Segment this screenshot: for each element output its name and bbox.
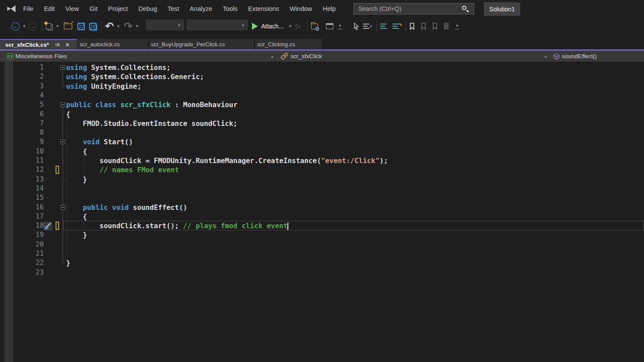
toggle-bookmark-button[interactable] [410, 17, 415, 35]
code-line-20[interactable]: 20 [0, 240, 644, 249]
save-icon [77, 23, 85, 30]
indent-guide [67, 240, 67, 249]
tab-scr-clicking-cs[interactable]: scr_Clicking.cs [255, 39, 322, 49]
menu-view[interactable]: View [60, 0, 84, 17]
line-number: 19 [0, 230, 44, 240]
uncomment-button[interactable]: ✎ [392, 17, 400, 35]
line-comment-button[interactable] [380, 17, 388, 35]
undo-button[interactable]: ↶ [105, 17, 114, 35]
open-file-button[interactable] [64, 17, 72, 35]
search-icon[interactable] [462, 5, 469, 12]
code-line-8[interactable]: 8 [0, 128, 644, 137]
search-box[interactable]: Search (Ctrl+Q) [354, 3, 474, 14]
indent-guide [67, 193, 67, 202]
tab-scr-sfxclick-cs-[interactable]: scr_sfxClick.cs*✕ [0, 39, 77, 49]
menu-file[interactable]: File [18, 0, 38, 17]
previous-bookmark-button[interactable] [421, 17, 426, 35]
indent-guide [67, 128, 67, 137]
close-tab-icon[interactable]: ✕ [65, 42, 70, 48]
save-button[interactable] [77, 17, 85, 35]
bookmark-dropdown[interactable]: ▼ [455, 17, 459, 35]
redo-button[interactable]: ↷ [124, 17, 133, 35]
menu-analyze[interactable]: Analyze [185, 0, 218, 17]
project-dropdown[interactable]: C# Miscellaneous Files [7, 51, 67, 62]
platform-dropdown[interactable]: ▼ [187, 20, 248, 30]
code-line-21[interactable]: 21 [0, 249, 644, 258]
pin-icon[interactable] [55, 42, 61, 48]
code-line-6[interactable]: 6{ [0, 110, 644, 119]
project-dropdown-caret[interactable]: ▼ [270, 55, 274, 59]
collapse-region-icon[interactable] [60, 139, 65, 144]
menu-git[interactable]: Git [84, 0, 103, 17]
type-dropdown[interactable]: scr_sfxClick [280, 51, 322, 62]
type-dropdown-caret[interactable]: ▼ [544, 55, 547, 59]
menu-project[interactable]: Project [103, 0, 133, 17]
code-line-12[interactable]: 12 // names FMod event [0, 165, 644, 174]
next-bookmark-button[interactable] [432, 17, 438, 35]
menu-debug[interactable]: Debug [133, 0, 162, 17]
code-line-22[interactable]: 22} [0, 258, 644, 268]
code-line-16[interactable]: 16 public void soundEffect() [0, 203, 644, 212]
code-line-2[interactable]: 2using System.Collections.Generic; [0, 72, 644, 81]
fold-guide-line [63, 147, 63, 156]
new-file-button[interactable]: ✱ [46, 17, 51, 35]
code-line-13[interactable]: 13 } [0, 175, 644, 184]
navigate-forward-button[interactable]: → [29, 17, 37, 35]
preview-window-button[interactable] [326, 17, 333, 35]
code-line-9[interactable]: 9 void Start() [0, 137, 644, 146]
attach-button[interactable]: Attach... [252, 17, 284, 35]
collapse-region-icon[interactable] [60, 65, 65, 70]
menu-extensions[interactable]: Extensions [243, 0, 284, 17]
method-cube-icon [553, 53, 560, 60]
menu-edit[interactable]: Edit [38, 0, 60, 17]
configuration-dropdown[interactable]: ▼ [146, 20, 184, 30]
new-file-icon: ✱ [46, 23, 51, 29]
line-number: 3 [0, 82, 44, 91]
code-line-23[interactable]: 23 [0, 268, 644, 277]
code-line-10[interactable]: 10 { [0, 147, 644, 156]
current-line-highlight [63, 221, 644, 230]
navigate-back-dropdown[interactable]: ▼ [22, 17, 26, 35]
window-icon [326, 23, 333, 29]
code-line-1[interactable]: 1using System.Collections; [0, 63, 644, 72]
menu-help[interactable]: Help [318, 0, 341, 17]
code-line-11[interactable]: 11 soundClick = FMODUnity.RuntimeManager… [0, 156, 644, 165]
menu-window[interactable]: Window [284, 0, 318, 17]
collapse-region-icon[interactable] [60, 102, 65, 107]
solution-badge[interactable]: Solution1 [484, 2, 520, 16]
next-bookmark-icon [432, 23, 438, 30]
save-all-button[interactable] [89, 17, 97, 35]
code-line-19[interactable]: 19 } [0, 230, 644, 240]
start-without-debugging-button[interactable]: ▷ [296, 17, 301, 35]
new-file-dropdown[interactable]: ▼ [56, 17, 60, 35]
unsaved-change-marker [56, 166, 59, 174]
tab-scr-autoclick-cs[interactable]: scr_autoclick.cs [77, 39, 148, 49]
code-line-17[interactable]: 17 { [0, 212, 644, 221]
member-dropdown[interactable]: soundEffect() [553, 51, 597, 62]
find-in-files-button[interactable] [311, 17, 318, 35]
quick-action-icon[interactable] [43, 222, 52, 230]
code-line-15[interactable]: 15 [0, 193, 644, 202]
collapse-region-icon[interactable] [60, 205, 65, 210]
code-text: using System.Collections; [66, 63, 171, 72]
menu-tools[interactable]: Tools [217, 0, 243, 17]
code-line-14[interactable]: 14 [0, 184, 644, 193]
undo-dropdown[interactable]: ▼ [116, 17, 120, 35]
clear-bookmarks-button[interactable] [444, 17, 449, 35]
code-text: { [66, 212, 87, 221]
redo-dropdown[interactable]: ▼ [135, 17, 139, 35]
indent-button[interactable]: ↲ [363, 17, 371, 35]
code-line-3[interactable]: 3using UnityEngine; [0, 82, 644, 91]
code-line-5[interactable]: 5public class scr_sfxClick : MonoBehavio… [0, 100, 644, 109]
code-line-7[interactable]: 7 FMOD.Studio.EventInstance soundClick; [0, 119, 644, 128]
attach-dropdown[interactable]: ▼ [288, 17, 292, 35]
code-text: using System.Collections.Generic; [66, 72, 204, 81]
code-text: using UnityEngine; [66, 82, 141, 91]
navigate-backward-cursor-button[interactable] [353, 17, 360, 35]
code-line-4[interactable]: 4 [0, 91, 644, 100]
tab-scr-buyupgrade-perclick-cs[interactable]: scr_BuyUpgrade_PerClick.cs [149, 39, 254, 49]
preview-window-dropdown[interactable]: ▼ [338, 17, 342, 35]
navigate-back-button[interactable]: ← [11, 17, 20, 35]
menu-test[interactable]: Test [162, 0, 185, 17]
code-editor[interactable]: 1using System.Collections;2using System.… [0, 62, 644, 362]
